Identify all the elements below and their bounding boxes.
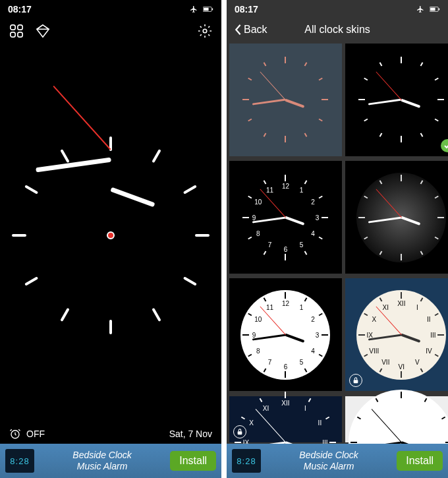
settings-icon[interactable] bbox=[198, 24, 212, 41]
ad-install-button[interactable]: Install bbox=[397, 451, 443, 471]
skin-option-6[interactable]: XIIIIIIIIIVVVIVIIVIIIIXXXI bbox=[229, 396, 342, 442]
svg-rect-11 bbox=[439, 9, 439, 11]
screen-skins: 08:17 Back All clock skins 1212345678910… bbox=[227, 0, 448, 478]
back-button[interactable]: Back bbox=[233, 24, 267, 36]
back-label: Back bbox=[244, 24, 267, 36]
toolbar bbox=[0, 16, 221, 49]
skin-grid: 121234567891011121234567891011XIIIIIIIII… bbox=[227, 44, 448, 444]
svg-point-7 bbox=[203, 29, 207, 33]
skin-option-1[interactable] bbox=[345, 44, 448, 156]
svg-rect-12 bbox=[354, 380, 358, 383]
locked-badge bbox=[233, 425, 246, 438]
alarm-status-label: OFF bbox=[26, 429, 45, 439]
svg-rect-6 bbox=[18, 32, 22, 37]
status-time: 08:17 bbox=[8, 4, 32, 15]
svg-rect-13 bbox=[238, 431, 242, 434]
status-bar: 08:17 bbox=[227, 0, 448, 16]
svg-rect-1 bbox=[204, 8, 208, 11]
ad-app-icon: 8:28 bbox=[5, 449, 34, 473]
status-bar: 08:17 bbox=[0, 0, 221, 16]
skin-option-5[interactable]: XIIIIIIIIIVVVIVIIVIIIIXXXI bbox=[345, 278, 448, 391]
skin-option-4[interactable]: 121234567891011 bbox=[229, 278, 342, 391]
skin-option-2[interactable]: 121234567891011 bbox=[229, 161, 342, 274]
chevron-left-icon bbox=[233, 24, 242, 36]
status-time: 08:17 bbox=[235, 4, 258, 15]
date-label: Sat, 7 Nov bbox=[169, 429, 212, 439]
ad-install-button[interactable]: Install bbox=[170, 451, 216, 471]
main-clock[interactable] bbox=[0, 49, 221, 421]
bottom-bar: OFF Sat, 7 Nov bbox=[0, 421, 221, 444]
premium-icon[interactable] bbox=[36, 24, 50, 41]
alarm-icon bbox=[9, 428, 21, 440]
battery-icon bbox=[430, 5, 440, 13]
svg-rect-4 bbox=[18, 25, 22, 30]
skins-icon[interactable] bbox=[9, 24, 24, 41]
battery-icon bbox=[203, 5, 213, 13]
airplane-mode-icon bbox=[188, 5, 199, 13]
skin-option-0[interactable] bbox=[229, 44, 342, 156]
ad-banner[interactable]: 8:28 Bedside ClockMusic Alarm Install bbox=[0, 444, 221, 478]
svg-rect-10 bbox=[430, 8, 435, 11]
airplane-mode-icon bbox=[415, 5, 426, 13]
ad-banner[interactable]: 8:28 Bedside ClockMusic Alarm Install bbox=[227, 444, 448, 478]
ad-app-icon: 8:28 bbox=[232, 449, 261, 473]
svg-rect-5 bbox=[11, 32, 15, 37]
svg-rect-3 bbox=[11, 25, 15, 30]
nav-bar: Back All clock skins bbox=[227, 16, 448, 44]
status-icons bbox=[188, 5, 213, 13]
svg-rect-2 bbox=[212, 9, 213, 11]
ad-text: Bedside ClockMusic Alarm bbox=[266, 450, 391, 472]
alarm-toggle[interactable]: OFF bbox=[9, 428, 45, 440]
ad-text: Bedside ClockMusic Alarm bbox=[40, 450, 165, 472]
skin-option-3[interactable] bbox=[345, 161, 448, 274]
status-icons bbox=[415, 5, 440, 13]
screen-main: 08:17 OFF Sat, 7 Nov 8:28 Bedside ClockM… bbox=[0, 0, 221, 478]
skin-option-7[interactable] bbox=[345, 396, 448, 442]
